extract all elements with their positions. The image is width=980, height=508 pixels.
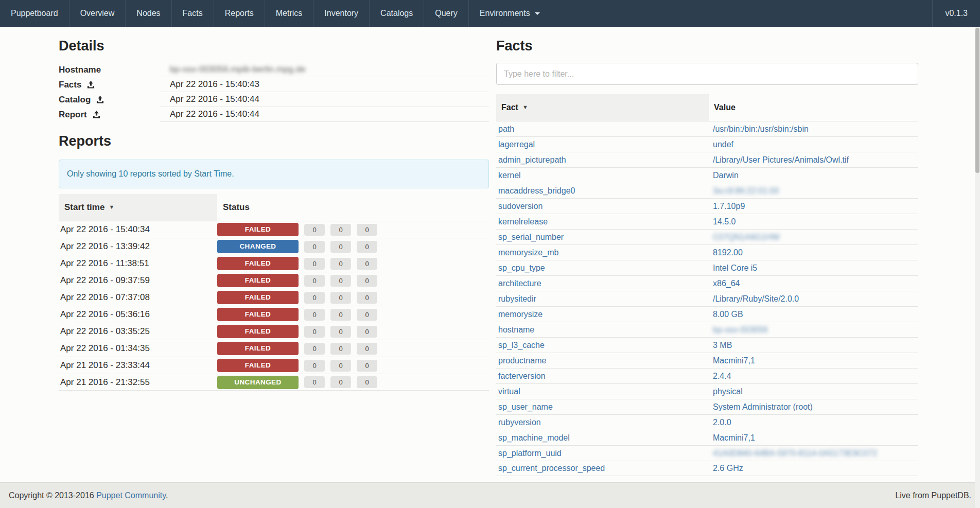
upload-icon[interactable] [93, 111, 100, 118]
fact-name-link[interactable]: memorysize_mb [498, 248, 558, 257]
puppet-community-link[interactable]: Puppet Community [96, 491, 166, 500]
report-status-cell: FAILED000 [217, 257, 489, 270]
detail-value: bp-osx-003056.mpib-berlin.mpg.de [160, 62, 489, 77]
fact-name-link[interactable]: hostname [498, 325, 534, 334]
fact-value-link[interactable]: Darwin [713, 171, 739, 180]
column-header-fact[interactable]: Fact▼ [496, 94, 709, 121]
fact-value-link[interactable]: x86_64 [713, 279, 740, 288]
fact-value-link[interactable]: 14.5.0 [713, 217, 736, 226]
fact-name-cell: sp_current_processor_speed [496, 464, 709, 473]
fact-value-link[interactable]: 2.4.4 [713, 372, 731, 380]
fact-name-cell: lagerregal [496, 140, 709, 149]
fact-name-link[interactable]: lagerregal [498, 140, 535, 149]
nav-item-metrics[interactable]: Metrics [265, 0, 313, 27]
fact-value-link[interactable]: 8192.00 [713, 248, 743, 257]
fact-row: virtualphysical [496, 383, 918, 399]
report-start-time: Apr 22 2016 - 15:40:34 [59, 224, 217, 235]
fact-row: hostnamebp-osx-003056 [496, 322, 918, 337]
fact-name-cell: sp_serial_number [496, 233, 709, 242]
fact-name-cell: sp_platform_uuid [496, 449, 709, 458]
scrollbar-thumb[interactable] [975, 28, 979, 173]
fact-name-link[interactable]: kernel [498, 171, 521, 180]
fact-value-cell: 14.5.0 [709, 217, 918, 226]
fact-name-link[interactable]: sp_l3_cache [498, 341, 545, 349]
nav-item-environments[interactable]: Environments [468, 0, 551, 27]
fact-name-link[interactable]: memorysize [498, 310, 542, 319]
metric-count-badge: 0 [357, 326, 377, 338]
fact-name-cell: sp_cpu_type [496, 264, 709, 273]
fact-name-link[interactable]: rubysitedir [498, 294, 536, 303]
nav-item-reports[interactable]: Reports [214, 0, 265, 27]
fact-value-link[interactable]: System Administrator (root) [713, 402, 813, 411]
fact-value-link[interactable]: bp-osx-003056 [713, 325, 768, 334]
fact-value-link[interactable]: 41A0D840-64BA-5970-8114-0A5173E9C072 [713, 449, 877, 458]
fact-name-link[interactable]: kernelrelease [498, 217, 548, 226]
fact-value-link[interactable]: physical [713, 387, 743, 396]
detail-value: Apr 22 2016 - 15:40:43 [160, 77, 489, 92]
facts-filter-input[interactable] [496, 63, 918, 85]
nav-item-catalogs[interactable]: Catalogs [369, 0, 424, 27]
footer-source: Live from PuppetDB. [895, 491, 971, 500]
nav-brand[interactable]: Puppetboard [0, 0, 69, 27]
fact-value-link[interactable]: Macmini7,1 [713, 433, 755, 442]
column-header-start-time[interactable]: Start time▼ [59, 194, 217, 221]
fact-name-link[interactable]: sp_machine_model [498, 433, 570, 442]
nav-item-nodes[interactable]: Nodes [125, 0, 171, 27]
column-header-value[interactable]: Value [709, 94, 918, 121]
fact-name-link[interactable]: path [498, 125, 514, 133]
fact-name-link[interactable]: sudoversion [498, 202, 542, 211]
report-start-time: Apr 22 2016 - 03:35:25 [59, 326, 217, 337]
fact-name-link[interactable]: sp_platform_uuid [498, 449, 562, 458]
fact-name-link[interactable]: sp_user_name [498, 402, 553, 411]
fact-value-link[interactable]: 2.6 GHz [713, 464, 743, 472]
fact-name-link[interactable]: sp_cpu_type [498, 264, 545, 272]
nav-item-overview[interactable]: Overview [69, 0, 126, 27]
fact-value-link[interactable]: Macmini7,1 [713, 356, 755, 365]
report-row: Apr 22 2016 - 03:35:25FAILED000 [59, 323, 489, 340]
fact-value-link[interactable]: 3 MB [713, 341, 732, 349]
nav-item-query[interactable]: Query [424, 0, 468, 27]
nav-item-inventory[interactable]: Inventory [313, 0, 369, 27]
fact-value-link[interactable]: /Library/Ruby/Site/2.0.0 [713, 294, 799, 303]
fact-name-link[interactable]: facterversion [498, 372, 546, 380]
fact-value-link[interactable]: 2.0.0 [713, 418, 731, 427]
fact-name-cell: kernel [496, 171, 709, 180]
fact-value-cell: /Library/User Pictures/Animals/Owl.tif [709, 155, 918, 165]
fact-value-cell: /Library/Ruby/Site/2.0.0 [709, 294, 918, 304]
fact-name-cell: memorysize_mb [496, 248, 709, 257]
upload-icon[interactable] [96, 96, 104, 103]
fact-value-link[interactable]: 8.00 GB [713, 310, 743, 319]
fact-name-cell: path [496, 125, 709, 134]
node-panel: Details Hostnamebp-osx-003056.mpib-berli… [59, 27, 489, 476]
fact-row: kernelDarwin [496, 167, 918, 183]
facts-panel: Facts Fact▼ Value path/usr/bin:/bin:/usr… [496, 27, 918, 476]
fact-value-link[interactable]: /Library/User Pictures/Animals/Owl.tif [713, 155, 849, 164]
reports-notice-text: Only showing 10 reports sorted by Start … [67, 169, 234, 178]
column-header-status[interactable]: Status [217, 194, 489, 221]
report-status-cell: FAILED000 [217, 359, 489, 372]
fact-row: memorysize8.00 GB [496, 306, 918, 322]
fact-name-link[interactable]: sp_serial_number [498, 233, 564, 241]
fact-value-cell: 2.6 GHz [709, 464, 918, 473]
fact-name-link[interactable]: admin_picturepath [498, 155, 566, 164]
sort-desc-icon: ▼ [109, 204, 114, 210]
fact-name-link[interactable]: macaddress_bridge0 [498, 186, 575, 195]
fact-value-link[interactable]: Intel Core i5 [713, 264, 757, 272]
fact-name-link[interactable]: virtual [498, 387, 520, 396]
fact-name-cell: sp_l3_cache [496, 341, 709, 350]
fact-row: memorysize_mb8192.00 [496, 244, 918, 260]
nav-item-facts[interactable]: Facts [171, 0, 214, 27]
upload-icon[interactable] [87, 81, 95, 89]
fact-name-link[interactable]: rubyversion [498, 418, 541, 427]
fact-name-link[interactable]: productname [498, 356, 546, 365]
metric-count-badge: 0 [304, 326, 325, 338]
status-badge: FAILED [217, 308, 299, 321]
fact-value-link[interactable]: undef [713, 140, 733, 149]
fact-value-link[interactable]: C07QN1A6G1HW [713, 233, 780, 241]
fact-name-cell: memorysize [496, 310, 709, 319]
fact-name-link[interactable]: sp_current_processor_speed [498, 464, 605, 472]
fact-value-link[interactable]: 1.7.10p9 [713, 202, 745, 211]
fact-name-link[interactable]: architecture [498, 279, 541, 288]
fact-value-link[interactable]: /usr/bin:/bin:/usr/sbin:/sbin [713, 125, 809, 133]
fact-value-link[interactable]: 3a:c9:86:22:01:00 [713, 186, 779, 195]
